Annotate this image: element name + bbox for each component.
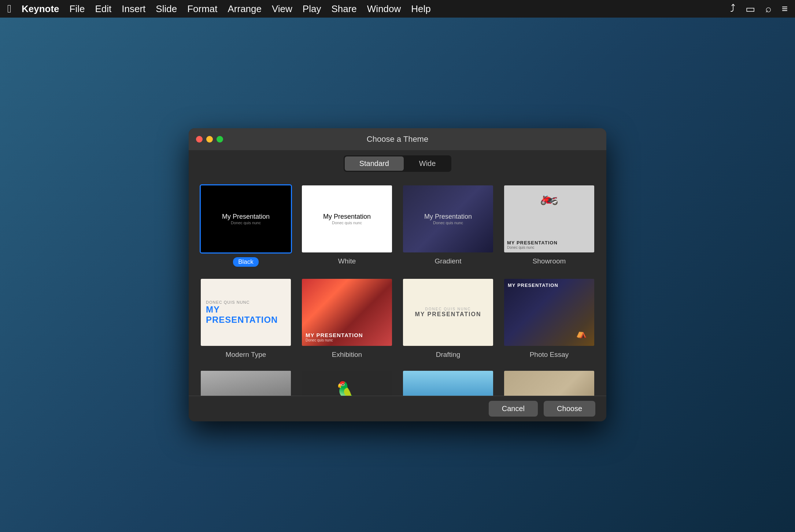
thumb-gradient-subtitle: Donec quis nunc [433, 221, 463, 225]
theme-item-artisan[interactable]: MY PRESENTATION DONEC QUIS NUNC Artisan [503, 370, 595, 396]
theme-item-moderntype[interactable]: DONEC QUIS NUNC MY PRESENTATION Modern T… [200, 278, 292, 359]
thumb-white-subtitle: Donec quis nunc [332, 221, 362, 225]
menu-share[interactable]: Share [331, 3, 356, 15]
thumb-white-title: My Presentation [323, 213, 371, 221]
theme-thumbnail-moderntype: DONEC QUIS NUNC MY PRESENTATION [200, 278, 292, 347]
thumb-photoessay-title: MY PRESENTATION [508, 282, 558, 288]
menu-arrange[interactable]: Arrange [228, 3, 262, 15]
thumb-drafting-top: DONEC QUIS NUNC [425, 307, 471, 311]
theme-item-exhibition[interactable]: MY PRESENTATION Donec quis nunc Exhibiti… [301, 278, 393, 359]
close-button[interactable] [196, 136, 203, 143]
theme-name-white: White [338, 257, 356, 265]
theme-item-drafting[interactable]: DONEC QUIS NUNC MY PRESENTATION Drafting [402, 278, 494, 359]
menu-format[interactable]: Format [187, 3, 217, 15]
menu-window[interactable]: Window [367, 3, 401, 15]
minimize-button[interactable] [206, 136, 213, 143]
theme-name-gradient: Gradient [435, 257, 462, 265]
theme-thumbnail-drafting: DONEC QUIS NUNC MY PRESENTATION [402, 278, 494, 347]
display-icon[interactable]: ▭ [746, 3, 755, 15]
format-toggle-group: Standard Wide [344, 155, 452, 172]
format-toggle-bar: Standard Wide [189, 150, 606, 177]
theme-item-classic[interactable]: My Presentation Lorem ipsum dolor sit am… [200, 370, 292, 396]
apple-menu[interactable]:  [7, 3, 11, 15]
menu-play[interactable]: Play [303, 3, 321, 15]
theme-badge-black: Black [233, 257, 259, 267]
theme-item-creampaper[interactable]: MY PRESENTATION my quis nunc Cream Paper [402, 370, 494, 396]
theme-item-gradient[interactable]: My Presentation Donec quis nunc Gradient [402, 184, 494, 267]
theme-thumbnail-artisan: MY PRESENTATION DONEC QUIS NUNC [503, 370, 595, 396]
theme-thumbnail-black: My Presentation Donec quis nunc [200, 184, 292, 254]
menu-file[interactable]: File [70, 3, 85, 15]
theme-thumbnail-photoessay: MY PRESENTATION ⛺ [503, 278, 595, 347]
cancel-button[interactable]: Cancel [489, 401, 538, 417]
thumb-slate-parrot: 🦜 [336, 381, 358, 396]
choose-button[interactable]: Choose [544, 401, 595, 417]
theme-thumbnail-showroom: 🏍️ MY PRESENTATION Donec quis nunc [503, 184, 595, 254]
thumb-photoessay-tent: ⛺ [576, 328, 587, 339]
choose-theme-modal: Choose a Theme Standard Wide My Presenta… [189, 128, 606, 421]
theme-grid-container[interactable]: My Presentation Donec quis nunc Black My… [189, 177, 606, 396]
thumb-moderntype-title: MY PRESENTATION [206, 304, 286, 325]
standard-toggle[interactable]: Standard [345, 156, 404, 171]
thumb-black-subtitle: Donec quis nunc [231, 221, 261, 225]
thumb-showroom-title: MY PRESENTATION [507, 240, 558, 245]
theme-thumbnail-classic: My Presentation Lorem ipsum dolor sit am… [200, 370, 292, 396]
modal-footer: Cancel Choose [189, 396, 606, 421]
theme-thumbnail-slate: 🦜 My Presentation Donec quis nunc [301, 370, 393, 396]
theme-name-drafting: Drafting [436, 351, 461, 359]
menu-view[interactable]: View [272, 3, 292, 15]
thumb-moderntype-top: DONEC QUIS NUNC [206, 300, 250, 304]
thumb-black-title: My Presentation [222, 213, 270, 221]
modal-title: Choose a Theme [367, 134, 428, 144]
thumb-exhibition-title: MY PRESENTATION [306, 332, 363, 338]
thumb-classic-photo [201, 371, 291, 396]
wide-toggle[interactable]: Wide [404, 156, 451, 171]
airdrop-icon[interactable]: ⤴ [730, 3, 735, 15]
theme-thumbnail-gradient: My Presentation Donec quis nunc [402, 184, 494, 254]
theme-name-showroom: Showroom [533, 257, 566, 265]
menu-slide[interactable]: Slide [156, 3, 177, 15]
theme-thumbnail-creampaper: MY PRESENTATION my quis nunc [402, 370, 494, 396]
theme-thumbnail-white: My Presentation Donec quis nunc [301, 184, 393, 254]
theme-item-photoessay[interactable]: MY PRESENTATION ⛺ Photo Essay [503, 278, 595, 359]
theme-thumbnail-exhibition: MY PRESENTATION Donec quis nunc [301, 278, 393, 347]
theme-name-exhibition: Exhibition [332, 351, 362, 359]
theme-item-slate[interactable]: 🦜 My Presentation Donec quis nunc Slate [301, 370, 393, 396]
theme-name-photoessay: Photo Essay [530, 351, 569, 359]
menu-edit[interactable]: Edit [95, 3, 111, 15]
theme-item-white[interactable]: My Presentation Donec quis nunc White [301, 184, 393, 267]
thumb-showroom-motorcycle: 🏍️ [504, 188, 594, 206]
search-icon[interactable]: ⌕ [765, 3, 772, 15]
modal-titlebar: Choose a Theme [189, 128, 606, 150]
theme-grid: My Presentation Donec quis nunc Black My… [200, 184, 595, 396]
thumb-gradient-title: My Presentation [424, 213, 472, 221]
menu-list-icon[interactable]: ≡ [782, 3, 788, 15]
menu-insert[interactable]: Insert [122, 3, 145, 15]
theme-item-black[interactable]: My Presentation Donec quis nunc Black [200, 184, 292, 267]
menu-help[interactable]: Help [411, 3, 430, 15]
menubar:  Keynote File Edit Insert Slide Format … [0, 0, 795, 18]
app-name[interactable]: Keynote [22, 3, 59, 15]
maximize-button[interactable] [217, 136, 223, 143]
thumb-exhibition-subtitle: Donec quis nunc [306, 338, 333, 342]
traffic-lights [196, 136, 223, 143]
theme-name-moderntype: Modern Type [226, 351, 266, 359]
theme-item-showroom[interactable]: 🏍️ MY PRESENTATION Donec quis nunc Showr… [503, 184, 595, 267]
desktop: Choose a Theme Standard Wide My Presenta… [0, 18, 795, 532]
thumb-drafting-title: MY PRESENTATION [415, 311, 481, 318]
thumb-showroom-subtitle: Donec quis nunc [507, 245, 535, 250]
